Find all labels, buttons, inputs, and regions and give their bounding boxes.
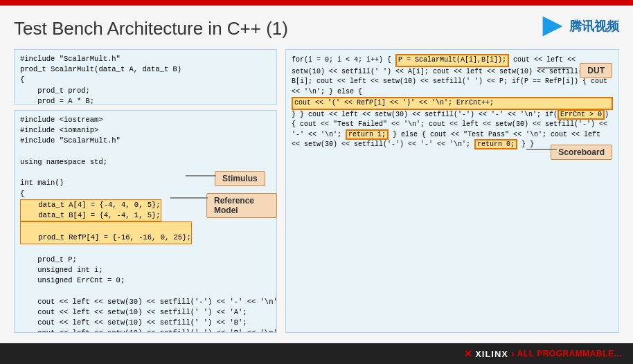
tencent-play-icon [540, 14, 565, 39]
svg-marker-0 [543, 17, 563, 37]
top-bar [0, 0, 633, 6]
left-top-code-panel: #include "ScalarMult.h" prod_t ScalarMul… [14, 49, 277, 104]
dut-arrow [537, 67, 572, 69]
scoreboard-label: Scoreboard [551, 145, 612, 160]
ref-model-arrow [170, 197, 208, 199]
chevron-right-icon: › [511, 348, 515, 359]
stimulus-label: Stimulus [215, 171, 265, 186]
dut-label: DUT [580, 63, 612, 78]
xilinx-x-icon: ✕ [464, 348, 472, 359]
left-column: #include "ScalarMult.h" prod_t ScalarMul… [14, 49, 277, 333]
left-bottom-code-panel: #include <iostream> #include <iomanip> #… [14, 110, 277, 333]
all-programmable-text: ALL PROGRAMMABLE... [517, 349, 622, 358]
columns-container: #include "ScalarMult.h" prod_t ScalarMul… [14, 49, 619, 333]
bottom-bar: ✕ XILINX › ALL PROGRAMMABLE... [0, 343, 633, 364]
reference-model-label: Reference Model [206, 193, 277, 218]
main-content: 腾讯视频 Test Bench Architecture in C++ (1) … [0, 6, 633, 343]
page-title: Test Bench Architecture in C++ (1) [14, 18, 619, 39]
right-code-panel: for(i = 0; i < 4; i++) { P = ScalarMult(… [285, 49, 619, 333]
tencent-text: 腾讯视频 [569, 18, 619, 35]
scoreboard-arrow [526, 149, 557, 150]
stimulus-arrow [186, 175, 216, 176]
right-column: for(i = 0; i < 4; i++) { P = ScalarMult(… [285, 49, 619, 333]
xilinx-text: XILINX [475, 349, 508, 359]
tencent-logo: 腾讯视频 [540, 14, 619, 39]
xilinx-logo: ✕ XILINX › ALL PROGRAMMABLE... [464, 348, 622, 359]
